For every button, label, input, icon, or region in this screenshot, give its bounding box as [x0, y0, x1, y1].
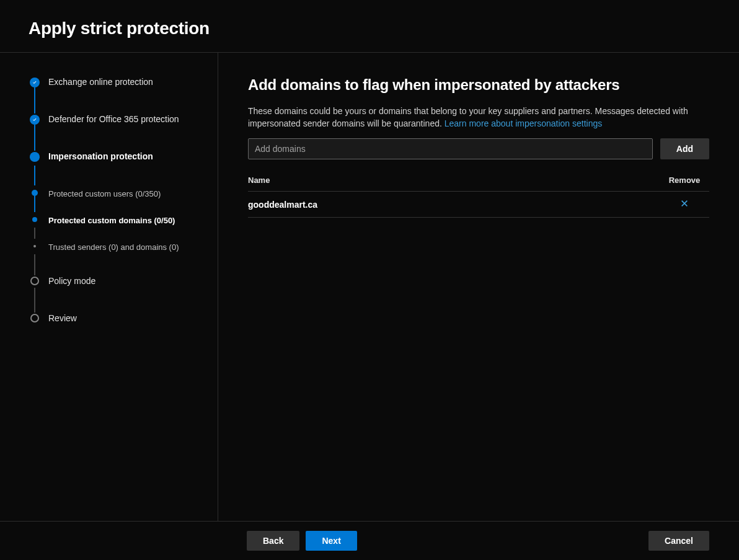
column-header-name: Name — [248, 176, 660, 185]
back-button[interactable]: Back — [247, 531, 299, 551]
add-domain-input[interactable] — [248, 138, 653, 159]
learn-more-link[interactable]: Learn more about impersonation settings — [445, 118, 602, 128]
remove-icon[interactable] — [680, 199, 689, 208]
next-button[interactable]: Next — [306, 531, 356, 551]
table-row: gooddealmart.ca — [248, 192, 709, 218]
checkmark-icon — [30, 115, 40, 125]
pending-step-icon — [30, 314, 39, 322]
content-description: These domains could be yours or domains … — [248, 105, 709, 130]
substep-trusted-senders[interactable]: Trusted senders (0) and domains (0) — [30, 239, 205, 258]
body: Exchange online protection Defender for … — [0, 53, 739, 521]
step-policy-mode[interactable]: Policy mode — [30, 275, 205, 295]
wizard-steps-sidebar: Exchange online protection Defender for … — [0, 53, 218, 521]
step-label: Review — [48, 313, 205, 324]
current-substep-icon — [32, 217, 37, 222]
step-label: Impersonation protection — [48, 151, 205, 162]
step-defender-office365[interactable]: Defender for Office 365 protection — [30, 113, 205, 133]
wizard-footer: Back Next Cancel — [0, 521, 739, 560]
step-label: Defender for Office 365 protection — [48, 113, 205, 125]
step-impersonation-protection[interactable]: Impersonation protection — [30, 151, 205, 171]
cancel-button[interactable]: Cancel — [648, 531, 709, 551]
page-title: Apply strict protection — [29, 19, 710, 38]
step-review[interactable]: Review — [30, 313, 205, 332]
step-label: Policy mode — [48, 275, 205, 287]
column-header-remove: Remove — [660, 176, 709, 185]
substep-protected-domains[interactable]: Protected custom domains (0/50) — [30, 212, 205, 231]
content-heading: Add domains to flag when impersonated by… — [248, 76, 709, 94]
add-domain-row: Add — [248, 138, 709, 159]
substep-label: Protected custom domains (0/50) — [48, 216, 205, 225]
substep-label: Trusted senders (0) and domains (0) — [48, 242, 205, 252]
add-button[interactable]: Add — [660, 138, 709, 159]
page-header: Apply strict protection — [0, 0, 739, 53]
step-exchange-online-protection[interactable]: Exchange online protection — [30, 76, 205, 96]
substep-protected-users[interactable]: Protected custom users (0/350) — [30, 185, 205, 205]
pending-step-icon — [30, 277, 39, 285]
step-label: Exchange online protection — [48, 76, 205, 87]
main-content: Add domains to flag when impersonated by… — [218, 53, 739, 521]
table-header: Name Remove — [248, 169, 709, 192]
domains-table: Name Remove gooddealmart.ca — [248, 169, 709, 218]
substeps: Protected custom users (0/350) Protected… — [30, 174, 205, 258]
domain-name: gooddealmart.ca — [248, 200, 660, 210]
pending-substep-icon — [33, 245, 36, 247]
substep-label: Protected custom users (0/350) — [48, 189, 205, 198]
checkmark-icon — [30, 78, 40, 87]
current-step-icon — [30, 152, 40, 162]
